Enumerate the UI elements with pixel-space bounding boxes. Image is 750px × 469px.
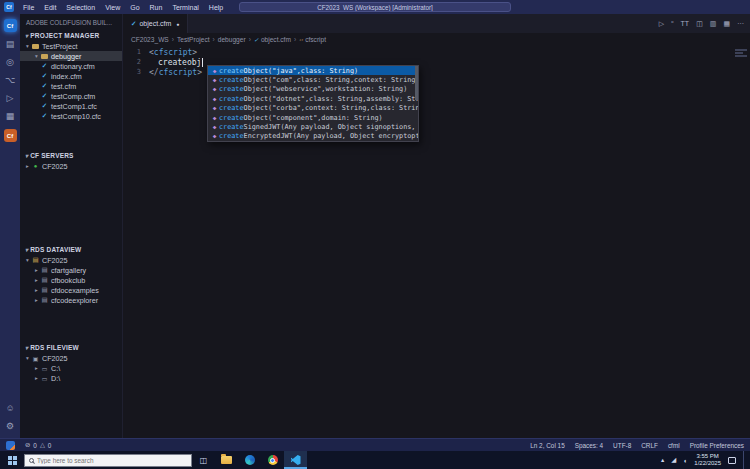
task-view-button[interactable]: ◫ [192,451,215,469]
section-header-project-manager[interactable]: PROJECT MANAGER [20,29,122,41]
status-item[interactable]: CRLF [641,442,658,449]
item-icon [40,82,49,90]
settings-gear-icon[interactable]: ⚙ [6,421,14,432]
layout-icon[interactable]: ▦ [723,20,730,28]
tree-item[interactable]: ▾ debugger [20,51,122,61]
run-icon[interactable]: ▷ [659,20,664,28]
section-header-rds-dataview[interactable]: RDS DATAVIEW [20,243,122,255]
suggestion-item[interactable]: create SignedJWT(Any payload, Object sig… [208,122,418,131]
tree-item[interactable]: testComp.cfm [20,91,122,101]
explorer-icon[interactable]: ▤ [6,39,15,50]
tree-item[interactable]: ▸ cfartgallery [20,265,122,275]
start-button[interactable] [0,451,24,469]
breadcrumb-item[interactable]: TestProject [169,36,210,43]
tree-item-label: testComp.cfm [51,92,95,101]
section-header-rds-fileview[interactable]: RDS FILEVIEW [20,341,122,353]
tree-item[interactable]: ▸ CF2025 [20,161,122,171]
suggestion-item[interactable]: create Object("corba",context: String,cl… [208,104,418,113]
suggestion-item[interactable]: create Object("webservice",workstation: … [208,85,418,94]
editor-group: object.cfm ● ▷“TT◫▥▦⋯ CF2023_WS [123,14,750,438]
minimap[interactable] [735,48,747,58]
tree-item[interactable]: ▾ TestProject [20,41,122,51]
search-icon[interactable]: ◎ [6,57,14,68]
edge-button[interactable] [238,451,261,469]
text-case-icon[interactable]: TT [681,20,690,27]
tree-item[interactable]: dictionary.cfm [20,61,122,71]
file-explorer-button[interactable] [215,451,238,469]
split-editor-icon[interactable]: ▥ [710,20,717,28]
more-actions-icon[interactable]: ⋯ [737,20,744,28]
tree-item-label: cfartgallery [51,266,86,275]
tree-item-label: debugger [51,52,81,61]
compare-icon[interactable]: ◫ [696,20,703,28]
menu-item[interactable]: Help [204,4,228,11]
suggestion-item[interactable]: create Object("component",domain: String… [208,113,418,122]
remote-indicator-icon[interactable] [6,441,15,450]
menu-item[interactable]: Edit [39,4,61,11]
tree-item-label: cfcodeexplorer [51,296,98,305]
taskbar-search[interactable] [24,454,192,467]
status-item[interactable]: Ln 2, Col 15 [530,442,564,449]
breadcrumb-item[interactable]: CF2023_WS [131,36,169,43]
show-desktop-button[interactable] [743,451,746,469]
menu-item[interactable]: File [18,4,39,11]
vscode-button[interactable] [284,451,307,469]
account-icon[interactable]: ☺ [5,403,14,414]
extensions-icon[interactable]: ▦ [6,111,15,122]
problems-indicator[interactable]: ⊘ 0 △ 0 [25,441,51,449]
tree-item[interactable]: ▸ C:\ [20,363,122,373]
tree-item[interactable]: ▾ CF2025 [20,255,122,265]
network-icon[interactable]: ◢ [671,456,676,464]
suggestion-item[interactable]: create EncryptedJWT(Any payload, Object … [208,132,418,141]
menu-item[interactable]: Go [125,4,144,11]
tree-item[interactable]: testComp1.cfc [20,101,122,111]
item-icon [40,266,49,274]
tree-item[interactable]: ▸ D:\ [20,373,122,383]
source-control-icon[interactable]: ⌥ [5,75,15,86]
hidden-icons-chevron-icon[interactable]: ▴ [661,456,664,464]
status-item[interactable]: Profile Preferences [690,442,744,449]
popup-scrollbar[interactable] [415,66,418,100]
tree-item[interactable]: ▸ cfcodeexplorer [20,295,122,305]
item-icon [40,72,49,80]
menu-item[interactable]: View [100,4,125,11]
chrome-button[interactable] [261,451,284,469]
volume-icon[interactable]: ◖ [683,457,687,464]
tree-item[interactable]: testComp10.cfc [20,111,122,121]
suggestion-item[interactable]: create Object("com",class: String,contex… [208,75,418,84]
quote-icon[interactable]: “ [671,20,673,27]
breadcrumb-item[interactable]: object.cfm [246,36,291,43]
item-icon [40,112,49,120]
action-center-icon[interactable] [728,457,736,464]
tree-item[interactable]: index.cfm [20,71,122,81]
window-title[interactable]: CF2023_WS (Workspace) [Administrator] [239,2,511,12]
taskbar-search-input[interactable] [37,457,177,464]
code-editor[interactable]: 1<cfscript> 2createobj 3</cfscript> [123,45,750,438]
suggestion-item[interactable]: create Object("dotnet",class: String,ass… [208,94,418,103]
item-icon [31,44,40,49]
tree-item[interactable]: ▾ CF2025 [20,353,122,363]
tree-item[interactable]: test.cfm [20,81,122,91]
status-item[interactable]: Spaces: 4 [575,442,603,449]
title-bar[interactable]: Cf FileEditSelectionViewGoRunTerminalHel… [0,0,750,14]
taskbar-clock[interactable]: 3:55 PM 1/22/2025 [694,453,721,467]
run-debug-icon[interactable]: ▷ [7,93,14,104]
breadcrumb-item[interactable]: debugger [210,36,246,43]
breadcrumb-item[interactable]: cfscript [291,36,326,43]
status-item[interactable]: cfml [668,442,680,449]
tab-title: object.cfm [139,20,171,27]
status-item[interactable]: UTF-8 [613,442,631,449]
editor-toolbar: ▷“TT◫▥▦⋯ [659,14,744,33]
menu-item[interactable]: Selection [61,4,100,11]
tree-item[interactable]: ▸ cfdocexamples [20,285,122,295]
menu-item[interactable]: Run [145,4,168,11]
tab-object-cfm[interactable]: object.cfm ● [123,14,188,33]
suggestion-item[interactable]: create Object("java",class: String) [208,66,418,75]
chevron-down-icon [23,344,30,351]
tree-item[interactable]: ▸ cfbookclub [20,275,122,285]
section-header-cf-servers[interactable]: CF SERVERS [20,149,122,161]
coldfusion-active-icon[interactable]: Cf [4,19,17,32]
coldfusion-builder-icon[interactable]: Cf [4,129,17,142]
chevron-icon: ▸ [33,365,40,371]
menu-item[interactable]: Terminal [167,4,203,11]
